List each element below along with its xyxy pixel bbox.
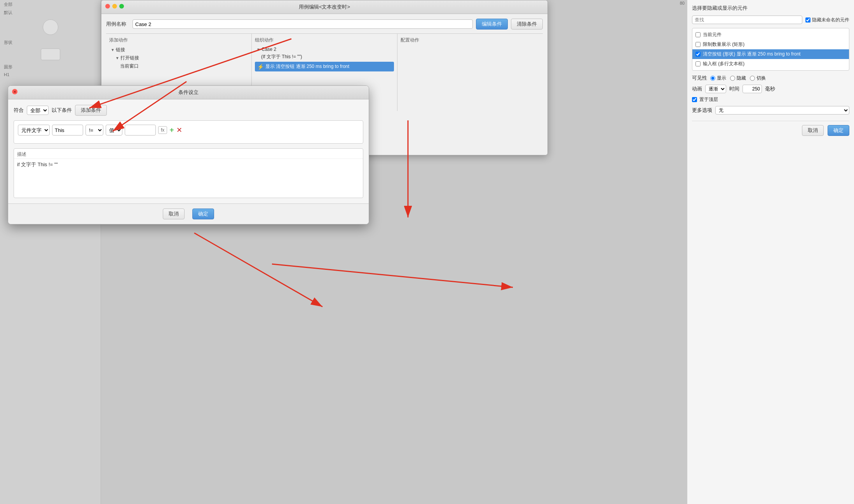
radio-toggle[interactable]: 切换: [750, 75, 766, 82]
traffic-lights: [105, 4, 124, 9]
org-action-label: 显示 清空按钮 逐渐 250 ms bring to front: [265, 63, 349, 70]
list-item-limit[interactable]: 限制数量展示 (矩形): [692, 40, 849, 49]
condition-suffix: 以下条件: [52, 107, 72, 114]
radio-group-visibility: 显示 隐藏 切换: [710, 75, 766, 82]
hide-unnamed-label: 隐藏未命名的元件: [805, 17, 849, 23]
item-checkbox-current[interactable]: [695, 32, 701, 37]
anim-select[interactable]: 逐渐: [705, 85, 726, 93]
item-checkbox-limit[interactable]: [695, 42, 701, 47]
case-name-label: 用例名称: [106, 21, 129, 28]
add-row-button[interactable]: +: [169, 126, 174, 134]
dialog-title: 条件设立: [178, 89, 199, 95]
item-label-current: 当前元件: [703, 31, 722, 38]
tree-link: ▼ 链接: [109, 46, 248, 54]
clear-condition-button[interactable]: 清除条件: [511, 19, 543, 30]
minimize-button[interactable]: [112, 4, 117, 9]
match-select[interactable]: 全部 任意: [27, 106, 49, 115]
svg-line-4: [272, 264, 513, 287]
description-text: if 文字于 This != "": [14, 159, 363, 198]
radio-toggle-label: 切换: [756, 75, 766, 82]
tree-current-window: 当前窗口: [109, 62, 248, 70]
org-condition: (If 文字于 This != ""): [255, 53, 394, 61]
item-label-clear: 清空按钮 (形状) 显示 逐渐 250 ms bring to front: [703, 51, 800, 57]
list-item-input[interactable]: 输入框 (多行文本框): [692, 59, 849, 69]
hide-unnamed-checkbox[interactable]: [805, 17, 810, 23]
sidebar-label-all: 全部: [0, 0, 101, 8]
condition-type-select[interactable]: 值: [106, 125, 122, 136]
close-button[interactable]: [105, 4, 110, 9]
condition-operator-select[interactable]: != ==: [85, 125, 103, 136]
radio-hide[interactable]: 隐藏: [730, 75, 746, 82]
search-input[interactable]: [692, 16, 802, 24]
delete-row-button[interactable]: ✕: [176, 127, 182, 134]
items-list: 当前元件 限制数量展示 (矩形) 清空按钮 (形状) 显示 逐渐 250 ms …: [692, 28, 849, 71]
config-action-label: 配置动作: [401, 37, 540, 43]
edit-condition-button[interactable]: 编辑条件: [476, 19, 508, 30]
description-label: 描述: [14, 149, 363, 159]
condition-dialog: ✕ 条件设立 符合 全部 任意 以下条件 添加条件 元件文字 != ==: [8, 85, 369, 224]
tree-link-label: 链接: [116, 47, 125, 52]
item-label-limit: 限制数量展示 (矩形): [703, 41, 744, 48]
action-bolt-icon: ⚡: [257, 64, 264, 70]
dialog-confirm-button[interactable]: 确定: [192, 209, 214, 219]
org-case2-label: Case 2: [261, 47, 276, 52]
sidebar-label-shape: 形状: [0, 38, 101, 46]
sidebar-label-circle: 圆形: [0, 63, 101, 71]
list-item-clear[interactable]: 清空按钮 (形状) 显示 逐渐 250 ms bring to front: [692, 49, 849, 59]
sidebar-label-h1: H1: [0, 71, 101, 78]
dialog-cancel-button[interactable]: 取消: [163, 209, 185, 219]
item-checkbox-input[interactable]: [695, 61, 701, 66]
radio-hide-label: 隐藏: [737, 75, 746, 82]
add-action-label: 添加动作: [109, 37, 248, 43]
case-name-row: 用例名称 编辑条件 清除条件: [106, 19, 543, 30]
condition-field-select[interactable]: 元件文字: [18, 125, 50, 136]
description-area: 描述 if 文字于 This != "": [14, 148, 363, 198]
add-condition-button[interactable]: 添加条件: [75, 105, 107, 116]
organize-action-label: 组织动作: [255, 37, 394, 43]
dialog-titlebar: ✕ 条件设立: [8, 86, 369, 99]
time-input[interactable]: [742, 85, 762, 93]
list-item-current[interactable]: 当前元件: [692, 30, 849, 40]
config-action-col: 配置动作: [397, 34, 543, 111]
item-checkbox-clear[interactable]: [695, 52, 701, 57]
panel-cancel-button[interactable]: 取消: [802, 125, 824, 136]
radio-show[interactable]: 显示: [710, 75, 726, 82]
editor-title: 用例编辑<文本改变时>: [299, 4, 350, 10]
tree-open-link: ▼ 打开链接: [109, 54, 248, 62]
visibility-label: 可见性: [692, 75, 707, 82]
radio-hide-input[interactable]: [730, 76, 735, 81]
panel-title: 选择要隐藏或显示的元件: [692, 5, 849, 12]
panel-confirm-button[interactable]: 确定: [828, 125, 849, 136]
dialog-body: 符合 全部 任意 以下条件 添加条件 元件文字 != == 值: [8, 99, 369, 203]
condition-text-input[interactable]: [52, 125, 83, 136]
top-number: 80: [678, 0, 687, 6]
search-row: 隐藏未命名的元件: [692, 16, 849, 24]
radio-toggle-input[interactable]: [750, 76, 755, 81]
item-label-input: 输入框 (多行文本框): [703, 61, 744, 67]
dialog-footer: 取消 确定: [8, 203, 369, 224]
top-layer-checkbox[interactable]: [692, 97, 697, 102]
radio-show-input[interactable]: [710, 76, 715, 81]
match-label: 符合: [14, 107, 24, 114]
fx-button[interactable]: fx: [158, 126, 167, 134]
more-select[interactable]: 无: [715, 106, 849, 115]
condition-value-input[interactable]: [125, 125, 156, 136]
right-panel: 选择要隐藏或显示的元件 隐藏未命名的元件 当前元件 限制数量展示 (矩形) 清空…: [687, 0, 854, 504]
maximize-button[interactable]: [119, 4, 124, 9]
visibility-row: 可见性 显示 隐藏 切换: [692, 75, 849, 82]
condition-row: 元件文字 != == 值 fx + ✕: [18, 125, 359, 136]
org-action: ⚡ 显示 清空按钮 逐渐 250 ms bring to front: [255, 62, 394, 71]
condition-top-row: 符合 全部 任意 以下条件 添加条件: [14, 105, 363, 116]
time-label: 时间: [729, 85, 739, 92]
more-row: 更多选项 无: [692, 106, 849, 115]
editor-titlebar: 用例编辑<文本改变时>: [101, 0, 547, 14]
sidebar-label-default: 默认: [0, 8, 101, 16]
anim-row: 动画 逐渐 时间 毫秒: [692, 85, 849, 93]
anim-label: 动画: [692, 85, 702, 92]
hide-unnamed-text: 隐藏未命名的元件: [812, 17, 849, 23]
condition-row-area: 元件文字 != == 值 fx + ✕: [14, 120, 363, 144]
dialog-close-button[interactable]: ✕: [12, 89, 17, 94]
sidebar-shape-circle: [43, 19, 58, 35]
case-name-input[interactable]: [132, 19, 473, 29]
top-layer-row: 置于顶层: [692, 96, 849, 103]
